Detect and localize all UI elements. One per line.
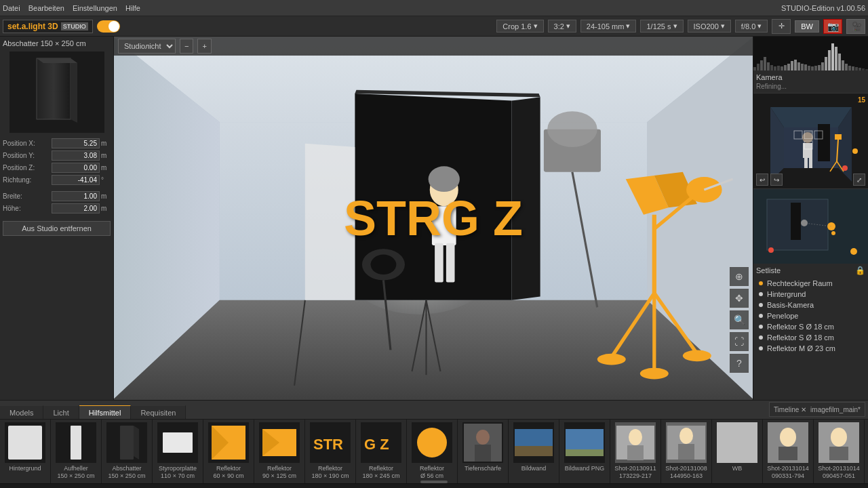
thumbnail-item-12[interactable]: Shot-20130911 173229-217 — [610, 420, 661, 483]
svg-rect-51 — [784, 65, 787, 70]
tab-hilfsmittel[interactable]: Hilfsmittel — [79, 405, 132, 419]
thumbnail-item-13[interactable]: Shot-20131008 144950-163 — [661, 420, 712, 483]
svg-point-29 — [640, 368, 669, 380]
thumbnail-item-14[interactable]: WB — [712, 420, 763, 483]
thumbnail-item-16[interactable]: Shot-20131014 090457-051 — [814, 420, 865, 483]
logo-edition: STUDIO — [61, 22, 88, 30]
camera-settings-button[interactable]: 🎥 — [846, 19, 865, 34]
setliste-item-0[interactable]: Rechteckiger Raum — [756, 278, 865, 289]
setliste-item-6[interactable]: Reflektor M Ø 23 cm — [756, 343, 865, 354]
thumbnail-item-8[interactable]: Reflektor Ø 56 cm — [407, 420, 458, 483]
shutter-button[interactable]: 1/125 s ▾ — [640, 20, 683, 33]
camera-adjust-button[interactable]: ⤢ — [853, 174, 865, 186]
position-z-input[interactable] — [52, 163, 100, 173]
thumbnail-item-15[interactable]: Shot-20131014 090331-794 — [763, 420, 814, 483]
svg-rect-114 — [163, 432, 193, 453]
toggle-button[interactable] — [97, 20, 120, 33]
rotate-view-button[interactable]: ⊕ — [730, 267, 749, 286]
menu-datei[interactable]: Datei — [3, 4, 20, 12]
thumbnail-item-6[interactable]: STRReflektor 180 × 190 cm — [305, 420, 356, 483]
camera-controls: ↩ ↪ — [756, 174, 783, 186]
thumbnail-item-4[interactable]: Reflektor 60 × 90 cm — [203, 420, 254, 483]
histogram — [753, 37, 868, 70]
breite-input[interactable] — [52, 191, 100, 201]
thumbnail-image-7: G Z — [361, 422, 401, 463]
menu-bearbeiten[interactable]: Bearbeiten — [28, 4, 64, 12]
fit-view-button[interactable]: ⛶ — [730, 332, 749, 351]
viewport-plus-btn[interactable]: + — [197, 39, 211, 54]
svg-point-129 — [476, 430, 490, 445]
thumbnail-item-1[interactable]: Aufheller 150 × 250 cm — [51, 420, 102, 483]
svg-point-96 — [852, 148, 858, 154]
thumbnail-item-7[interactable]: G ZReflektor 180 × 245 cm — [356, 420, 407, 483]
thumbnail-item-0[interactable]: Hintergrund — [0, 420, 51, 483]
setliste-item-1[interactable]: Hintergrund — [756, 289, 865, 300]
svg-rect-68 — [842, 60, 844, 70]
main-area: Abschatter 150 × 250 cm Position X — [0, 37, 868, 400]
thumbnail-item-10[interactable]: Bildwand — [509, 420, 559, 483]
svg-rect-61 — [818, 65, 821, 70]
scene-svg — [114, 37, 753, 400]
thumbnail-item-9[interactable]: Tiefenschärfe — [458, 420, 509, 483]
svg-rect-133 — [515, 446, 553, 456]
direction-input[interactable] — [52, 175, 100, 185]
photo-capture-button[interactable]: 📷 — [823, 19, 842, 34]
position-y-row: Position Y: m — [3, 150, 111, 161]
crop-button[interactable]: Crop 1.6 ▾ — [496, 20, 543, 33]
position-z-row: Position Z: m — [3, 163, 111, 173]
ratio-button[interactable]: 3:2 ▾ — [548, 20, 576, 33]
svg-marker-8 — [114, 300, 753, 400]
thumbnail-strip: HintergrundAufheller 150 × 250 cmAbschat… — [0, 419, 868, 483]
iso-button[interactable]: ISO200 ▾ — [688, 20, 731, 33]
light-source-select[interactable]: Studiолicht — [118, 39, 176, 54]
svg-rect-109 — [71, 426, 81, 460]
thumbnail-scroll-handle[interactable] — [420, 481, 448, 483]
menu-einstellungen[interactable]: Einstellungen — [73, 4, 117, 12]
svg-rect-70 — [848, 66, 851, 70]
right-panel: Kamera Refining... — [753, 37, 868, 400]
svg-marker-3 — [37, 58, 77, 63]
direction-label: Richtung: — [3, 176, 52, 184]
setliste-item-2[interactable]: Basis-Kamera — [756, 300, 865, 310]
hoehe-input[interactable] — [52, 203, 100, 214]
tab-models[interactable]: Models — [0, 405, 43, 419]
pan-view-button[interactable]: ✥ — [730, 289, 749, 308]
thumbnail-item-2[interactable]: Abschatter 150 × 250 cm — [102, 420, 153, 483]
camera-forward-button[interactable]: ↪ — [770, 174, 783, 186]
position-y-input[interactable] — [52, 150, 100, 161]
3d-viewport[interactable]: Studiолicht − + — [114, 37, 753, 400]
crosshair-button[interactable]: ✛ — [772, 19, 791, 34]
thumbnail-item-5[interactable]: Reflektor 90 × 125 cm — [254, 420, 305, 483]
remove-from-studio-button[interactable]: Aus Studio entfernen — [3, 221, 111, 236]
aperture-button[interactable]: f/8.0 ▾ — [735, 20, 768, 33]
svg-rect-57 — [804, 64, 807, 70]
position-x-input[interactable] — [52, 138, 100, 148]
camera-back-button[interactable]: ↩ — [756, 174, 768, 186]
svg-rect-69 — [845, 64, 848, 70]
iso-label: ISO200 — [694, 22, 719, 30]
thumbnail-label-4: Reflektor 60 × 90 cm — [214, 465, 244, 480]
lens-button[interactable]: 24-105 mm ▾ — [580, 20, 637, 33]
tab-requisiten[interactable]: Requisiten — [131, 405, 186, 419]
help-view-button[interactable]: ? — [730, 354, 749, 373]
camera-number: 15 — [858, 96, 865, 104]
svg-point-22 — [429, 166, 460, 192]
bw-button[interactable]: BW — [795, 20, 819, 33]
thumbnail-item-11[interactable]: Bildwand PNG — [559, 420, 610, 483]
lens-label: 24-105 mm — [587, 22, 625, 30]
setliste-dot — [759, 292, 763, 296]
thumbnail-label-3: Styroporplatte 110 × 70 cm — [159, 465, 197, 480]
thumbnail-image-16 — [818, 422, 859, 463]
svg-rect-21 — [446, 243, 455, 283]
svg-marker-112 — [134, 426, 139, 460]
viewport-minus-btn[interactable]: − — [180, 39, 193, 54]
thumbnail-item-3[interactable]: Styroporplatte 110 × 70 cm — [153, 420, 203, 483]
tab-licht[interactable]: Licht — [43, 405, 79, 419]
zoom-view-button[interactable]: 🔍 — [730, 310, 749, 329]
setliste-item-5[interactable]: Reflektor S Ø 18 cm — [756, 332, 865, 343]
thumbnail-image-3 — [157, 422, 198, 463]
menu-hilfe[interactable]: Hilfe — [125, 4, 140, 12]
setliste-item-4[interactable]: Reflektor S Ø 18 cm — [756, 321, 865, 332]
setliste-lock-icon[interactable]: 🔒 — [855, 266, 865, 275]
setliste-item-3[interactable]: Penelope — [756, 310, 865, 321]
